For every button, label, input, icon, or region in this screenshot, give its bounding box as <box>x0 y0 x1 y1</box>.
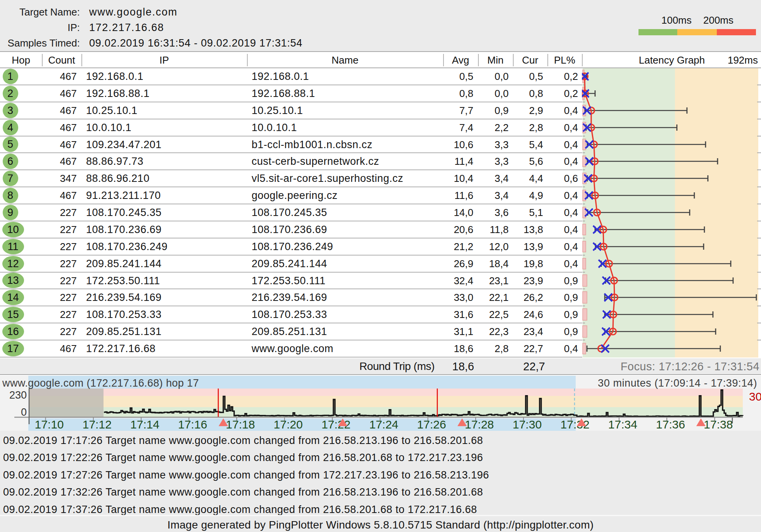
svg-text:17:20: 17:20 <box>274 418 303 431</box>
svg-text:0: 0 <box>21 406 27 418</box>
svg-text:17:38: 17:38 <box>704 418 733 431</box>
svg-text:17:12: 17:12 <box>83 418 112 431</box>
svg-text:230: 230 <box>9 389 27 401</box>
svg-text:www.google.com (172.217.16.68): www.google.com (172.217.16.68) hop 17 <box>2 377 199 389</box>
svg-text:30 minutes (17:09:14 - 17:39:1: 30 minutes (17:09:14 - 17:39:14) <box>598 377 757 389</box>
svg-text:17:28: 17:28 <box>465 418 494 431</box>
svg-text:17:34: 17:34 <box>608 418 637 431</box>
svg-text:17:10: 17:10 <box>35 418 64 431</box>
svg-text:17:24: 17:24 <box>369 418 398 431</box>
svg-text:17:30: 17:30 <box>513 418 542 431</box>
svg-text:17:14: 17:14 <box>130 418 159 431</box>
svg-text:17:36: 17:36 <box>656 418 685 431</box>
svg-text:17:18: 17:18 <box>226 418 255 431</box>
svg-text:30: 30 <box>749 390 761 403</box>
svg-text:17:16: 17:16 <box>178 418 207 431</box>
svg-text:17:32: 17:32 <box>561 418 590 431</box>
svg-text:17:26: 17:26 <box>417 418 446 431</box>
